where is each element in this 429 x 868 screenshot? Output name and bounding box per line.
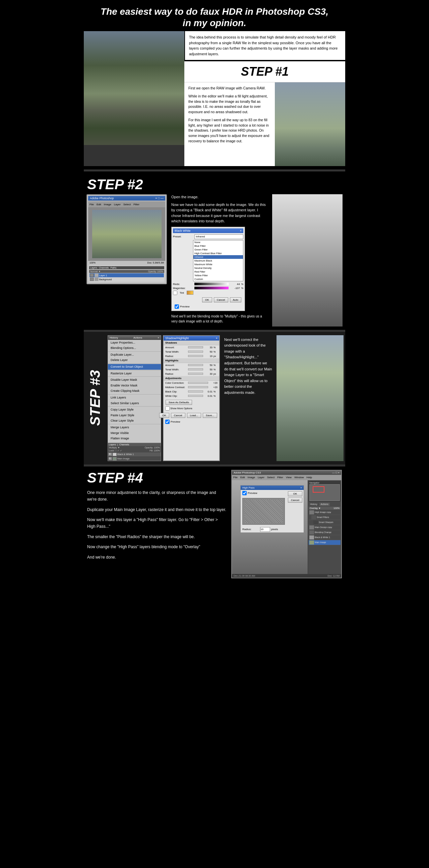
hp-radius-unit: pixels	[271, 528, 278, 531]
sh-whiteclip-slider[interactable]	[188, 395, 203, 397]
dropdown-option-hcblue[interactable]: High Contrast Blue Filter	[193, 251, 243, 255]
sh-hi-radius-label: Radius:	[165, 372, 187, 375]
sh-tonal-row: Tonal Width: 50 %	[164, 350, 219, 354]
layer-main-thumb	[113, 457, 117, 461]
sh-save-defaults-btn[interactable]: Save As Defaults	[166, 400, 192, 405]
menu-link-layers[interactable]: Link Layers	[108, 395, 161, 401]
menu-select-similar[interactable]: Select Similar Layers	[108, 401, 161, 406]
step3-tank-image	[277, 335, 344, 461]
step4-section: STEP #4 One more minor adjustment to the…	[84, 466, 345, 582]
sh-hi-radius-slider[interactable]	[188, 373, 203, 375]
bw-reds-value: 44	[230, 283, 240, 286]
layer-item-bw1[interactable]: Black & White 1	[309, 535, 341, 540]
dropdown-option-none[interactable]: None	[193, 241, 243, 244]
dropdown-option-custom[interactable]: Custom	[193, 277, 243, 281]
menu-duplicate-layer[interactable]: Duplicate Layer...	[108, 352, 161, 358]
sh-tonal-value: 50	[204, 350, 212, 353]
sh-bottom-buttons: Save As Defaults Show More Options	[164, 398, 219, 412]
layer-row-selected: Layer 1	[89, 273, 164, 277]
menu-flatten[interactable]: Flatten Image	[108, 436, 161, 441]
hp-radius-input[interactable]	[260, 527, 270, 532]
menu-merge-visible[interactable]: Merge Visible	[108, 430, 161, 436]
bw-cancel-button[interactable]: Cancel	[214, 298, 228, 302]
sh-radius-unit: px	[213, 355, 218, 357]
sh-ok-btn[interactable]: OK	[159, 413, 169, 418]
menu-layer-properties[interactable]: Layer Properties...	[108, 340, 161, 346]
ps-canvas-inner	[92, 210, 162, 258]
hp-preview-checkbox[interactable]	[242, 491, 247, 495]
layer-item-sharpen[interactable]: Smart Sharpen	[309, 520, 341, 525]
menu-paste-style[interactable]: Paste Layer Style	[108, 412, 161, 418]
bw-preset-dropdown[interactable]: Infrared	[194, 235, 243, 239]
intro-tank-placeholder	[84, 31, 184, 145]
sh-blackclip-slider[interactable]	[188, 391, 203, 393]
bw-reds-slider[interactable]	[194, 283, 229, 285]
menu-rasterize[interactable]: Rasterize Layer	[108, 371, 161, 376]
hp-cancel-btn[interactable]: Cancel	[288, 498, 302, 503]
layer-thumb2	[94, 278, 98, 281]
hp-ok-btn[interactable]: OK	[288, 491, 302, 496]
step1-tank-image	[275, 82, 345, 166]
step2-ps-window: Adobe Photoshop × □ — FileEditImageLayer…	[86, 194, 167, 327]
actions-tab[interactable]: Actions	[134, 336, 142, 339]
bw-preview-checkbox[interactable]	[175, 304, 179, 309]
step2-title: STEP #2	[87, 177, 143, 192]
sh-midtone-slider[interactable]	[188, 386, 208, 388]
menu-delete-layer[interactable]: Delete Layer	[108, 357, 161, 363]
sh-radius-slider[interactable]	[188, 355, 203, 357]
menu-enable-vector[interactable]: Enable Vector Mask	[108, 383, 161, 389]
dropdown-option-green[interactable]: Green Filter	[193, 248, 243, 251]
tab-history[interactable]: History	[309, 503, 319, 506]
menu-merge-layers[interactable]: Merge Layers	[108, 425, 161, 430]
sh-midtone-label: Midtone Contrast:	[165, 386, 187, 389]
ps-window: Adobe Photoshop × □ — FileEditImageLayer…	[86, 194, 167, 284]
bw-ok-button[interactable]: OK	[202, 298, 212, 302]
sh-hi-tonal-slider[interactable]	[188, 368, 203, 370]
menu-clear-style[interactable]: Clear Layer Style	[108, 418, 161, 424]
menu-sep7	[108, 424, 161, 424]
bw-tint-checkbox[interactable]	[173, 291, 177, 295]
bw-magentas-slider[interactable]	[194, 287, 229, 289]
layer-fill-row: Lock: □ ✓ ✓ Fill: 100%	[108, 449, 161, 453]
menu-disable-mask[interactable]: Disable Layer Mask	[108, 377, 161, 383]
ps4-main-area: High Pass × Preview	[232, 480, 341, 574]
layer-item-highpass[interactable]: High Image copy	[309, 510, 341, 515]
layer-name-sh: Smart Sharpen	[319, 521, 340, 523]
menu-sep3	[108, 370, 161, 370]
dropdown-option-red[interactable]: Red Filter	[193, 270, 243, 274]
ps-status-bar: 100% Doc: 5.3M/5.3M	[88, 261, 165, 265]
sh-save-btn[interactable]: Save...	[203, 413, 217, 418]
dropdown-option-maxblack[interactable]: Maximum Black	[193, 259, 243, 262]
sh-color-slider[interactable]	[188, 382, 208, 384]
dropdown-option-blue[interactable]: Blue Filter	[193, 244, 243, 248]
sh-load-btn[interactable]: Load...	[187, 413, 201, 418]
sh-amount-value: 33	[204, 346, 212, 349]
history-tab[interactable]: History	[110, 336, 118, 339]
layer-bw-row: 👁 Black & White 1	[108, 453, 161, 457]
layer-item-main[interactable]: Main Image	[309, 540, 341, 545]
layer-name-mc: Main Design copy	[315, 526, 340, 528]
layer-item-blend[interactable]: Blending Change	[309, 530, 341, 535]
bw-tint-color[interactable]	[187, 291, 193, 295]
sh-preview-checkbox[interactable]	[165, 420, 170, 424]
menu-copy-style[interactable]: Copy Layer Style	[108, 407, 161, 412]
bw-auto-button[interactable]: Auto	[230, 298, 241, 302]
menu-blending-options[interactable]: Blending Options...	[108, 345, 161, 351]
menu-convert-smart[interactable]: Convert to Smart Object	[108, 364, 161, 370]
layer-item-maincopy[interactable]: Main Design copy	[309, 525, 341, 530]
menu-clipping-mask[interactable]: Create Clipping Mask	[108, 388, 161, 394]
sh-amount-slider[interactable]	[188, 346, 203, 348]
actions-panel: History Actions × Layer Properties... Bl…	[108, 335, 161, 461]
dropdown-option-maxwhite[interactable]: Maximum White	[193, 262, 243, 266]
dropdown-option-neutral[interactable]: Neutral Density	[193, 266, 243, 270]
tab-actions[interactable]: Actions	[319, 503, 330, 506]
sh-hi-amount-slider[interactable]	[188, 364, 203, 366]
sh-tonal-slider[interactable]	[188, 351, 203, 352]
dropdown-option-infrared[interactable]: Infrared	[193, 255, 243, 259]
layer-item-smartfilters[interactable]: Smart Filters	[309, 515, 341, 520]
layers-tabs: Layers Channels Paths	[89, 266, 164, 269]
dropdown-option-yellow[interactable]: Yellow Filter	[193, 274, 243, 277]
menu-sep2	[108, 363, 161, 364]
sh-cancel-btn[interactable]: Cancel	[171, 413, 185, 418]
sh-show-more-checkbox[interactable]	[165, 406, 170, 410]
